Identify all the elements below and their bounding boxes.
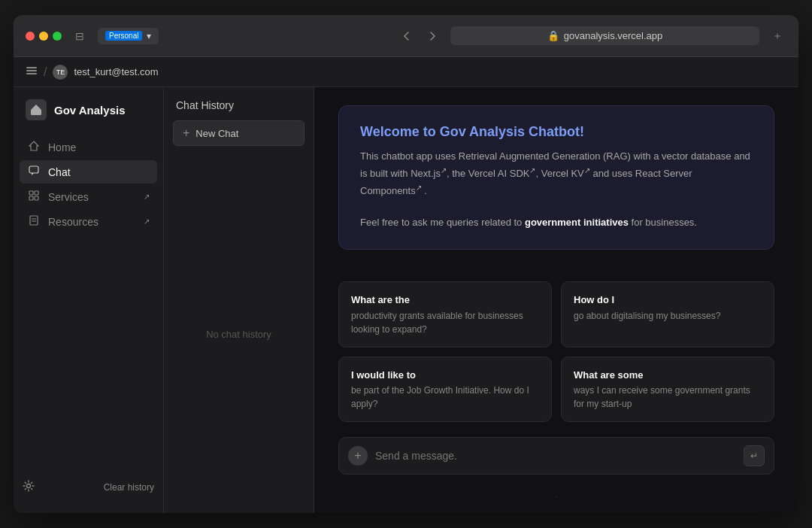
plus-icon: +: [183, 126, 189, 140]
back-icon[interactable]: [398, 27, 416, 45]
welcome-card: Welcome to Gov Analysis Chatbot! This ch…: [338, 105, 774, 250]
chat-icon: [27, 165, 41, 178]
external-link-icon: ↗: [144, 193, 150, 201]
tab-bar: Personal ▾: [98, 28, 389, 44]
svg-rect-11: [30, 216, 38, 225]
main-content-row: Gov Analysis Home Chat: [14, 87, 798, 513]
sup1: ↗: [441, 166, 447, 174]
sidebar-item-services[interactable]: Services ↗: [20, 185, 157, 208]
sidebar-brand: Gov Analysis: [14, 99, 163, 135]
breadcrumb-separator: /: [44, 65, 47, 79]
brand-icon: [26, 99, 47, 120]
welcome-body-7: for businesses.: [629, 217, 697, 228]
fullscreen-button[interactable]: [53, 32, 62, 41]
sidebar-item-services-label: Services: [48, 191, 89, 203]
svg-rect-1: [26, 70, 37, 71]
external-link-icon-2: ↗: [144, 217, 150, 226]
welcome-body: This chatbot app uses Retrieval Augmente…: [360, 149, 753, 231]
chat-history-header: Chat History: [164, 87, 314, 120]
welcome-body-6: Feel free to ask me queries related to: [360, 217, 525, 228]
browser-window: ⊟ Personal ▾ 🔒 govanalysis.vercel.app ＋: [14, 15, 798, 513]
svg-rect-8: [35, 191, 38, 195]
breadcrumb-bar: / TE test_kurt@test.com: [14, 57, 798, 87]
send-icon: ↵: [750, 451, 758, 461]
svg-rect-7: [29, 191, 33, 195]
brand-name: Gov Analysis: [54, 104, 125, 117]
sidebar-nav: Home Chat Services ↗: [14, 135, 163, 474]
welcome-bold-text: government initiatives: [525, 217, 629, 228]
new-chat-button[interactable]: + New Chat: [173, 120, 304, 146]
suggestion-main-3: What are some: [574, 368, 762, 383]
settings-icon[interactable]: [23, 480, 35, 495]
svg-rect-10: [35, 196, 38, 200]
svg-rect-0: [26, 67, 37, 68]
welcome-title: Welcome to Gov Analysis Chatbot!: [360, 124, 753, 140]
sidebar-toggle-icon[interactable]: [26, 65, 38, 80]
welcome-body-3: , Vercel KV: [535, 168, 583, 179]
suggestion-card-1[interactable]: How do I go about digitalising my busine…: [561, 281, 774, 347]
add-tab-icon[interactable]: ＋: [768, 27, 786, 45]
suggestion-main-2: I would like to: [351, 368, 539, 383]
personal-icon: Personal: [105, 31, 142, 41]
sidebar-item-resources[interactable]: Resources ↗: [20, 210, 157, 233]
sidebar-item-home-label: Home: [48, 141, 76, 153]
minimize-button[interactable]: [39, 32, 48, 41]
welcome-body-5: .: [422, 185, 427, 196]
browser-chrome: ⊟ Personal ▾ 🔒 govanalysis.vercel.app ＋: [14, 15, 798, 57]
url-text: govanalysis.vercel.app: [564, 30, 663, 41]
chat-main: Welcome to Gov Analysis Chatbot! This ch…: [314, 87, 798, 513]
message-input[interactable]: [375, 450, 736, 462]
attach-button[interactable]: +: [348, 446, 368, 466]
suggestion-sub-3: ways I can receive some government grant…: [574, 384, 762, 411]
chat-input-area: + ↵: [338, 437, 774, 475]
toolbar-left: [398, 27, 441, 45]
sidebar-footer: Clear history: [14, 474, 163, 501]
clear-history-button[interactable]: Clear history: [104, 482, 154, 493]
svg-marker-5: [29, 141, 38, 150]
suggestion-card-0[interactable]: What are the productivity grants availab…: [338, 281, 552, 347]
resources-icon: [27, 215, 41, 228]
sup4: ↗: [416, 184, 422, 192]
browser-tab[interactable]: Personal ▾: [98, 28, 159, 44]
sidebar-item-chat[interactable]: Chat: [20, 160, 157, 184]
sidebar: Gov Analysis Home Chat: [14, 87, 164, 513]
svg-rect-6: [29, 166, 38, 173]
tab-label: ▾: [147, 31, 151, 41]
traffic-lights: [26, 32, 62, 41]
suggestion-sub-0: productivity grants available for busine…: [351, 309, 539, 336]
suggestion-sub-1: go about digitalising my businesses?: [574, 309, 762, 323]
home-icon: [27, 141, 41, 153]
sidebar-item-resources-label: Resources: [48, 216, 98, 228]
suggestion-main-1: How do I: [574, 293, 762, 308]
lock-icon: 🔒: [547, 30, 559, 41]
main-with-breadcrumb: / TE test_kurt@test.com Gov Analysis: [14, 57, 798, 513]
suggestion-card-2[interactable]: I would like to be part of the Job Growt…: [338, 357, 552, 423]
new-chat-label: New Chat: [195, 128, 238, 139]
browser-nav: ⊟: [71, 27, 89, 45]
sup3: ↗: [584, 166, 590, 174]
svg-rect-3: [31, 110, 41, 115]
svg-marker-4: [31, 105, 41, 110]
svg-rect-9: [29, 196, 33, 200]
nav-sidebar-toggle[interactable]: ⊟: [71, 27, 89, 45]
dot-indicator: ·: [338, 490, 774, 501]
svg-rect-2: [26, 73, 37, 74]
sidebar-item-chat-label: Chat: [48, 166, 71, 178]
toolbar-right: ＋: [768, 27, 786, 45]
forward-icon[interactable]: [423, 27, 441, 45]
welcome-body-2: , the Vercel AI SDK: [447, 168, 530, 179]
suggestion-main-0: What are the: [351, 293, 539, 308]
chat-history-panel: Chat History + New Chat No chat history: [164, 87, 314, 513]
avatar: TE: [53, 65, 68, 80]
svg-point-14: [27, 484, 31, 488]
suggestion-card-3[interactable]: What are some ways I can receive some go…: [561, 357, 774, 423]
close-button[interactable]: [26, 32, 35, 41]
sidebar-item-home[interactable]: Home: [20, 135, 157, 159]
breadcrumb-user: test_kurt@test.com: [74, 66, 158, 77]
address-bar[interactable]: 🔒 govanalysis.vercel.app: [450, 26, 759, 45]
suggestion-grid: What are the productivity grants availab…: [338, 281, 774, 422]
no-chat-history-label: No chat history: [164, 155, 314, 513]
services-icon: [27, 190, 41, 203]
send-button[interactable]: ↵: [744, 445, 765, 466]
suggestion-sub-2: be part of the Job Growth Initiative. Ho…: [351, 384, 539, 411]
